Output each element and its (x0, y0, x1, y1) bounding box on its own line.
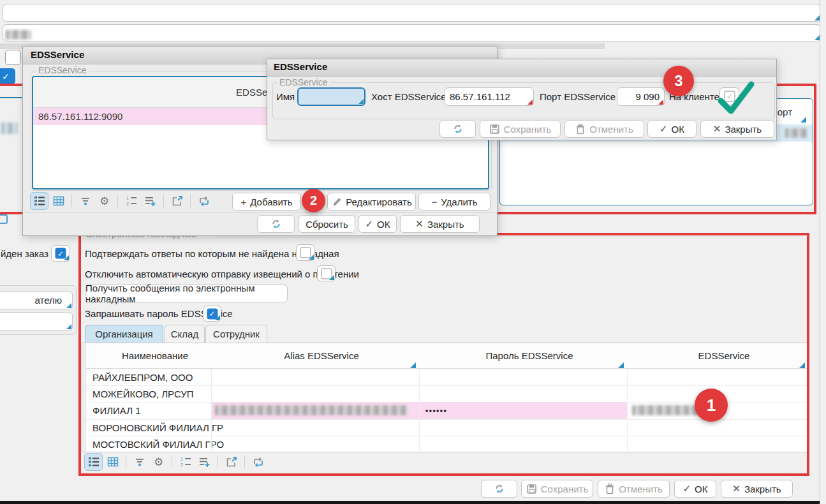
window-bottom-edge (0, 501, 826, 504)
cancel-button[interactable]: Отменить (598, 480, 670, 498)
port-label: Порт EDSService (540, 91, 616, 102)
pencil-icon (331, 196, 342, 207)
close-button[interactable]: ✕Закрыть (700, 120, 774, 138)
refresh-button[interactable] (257, 215, 295, 233)
name-field[interactable] (297, 87, 365, 106)
reset-button[interactable]: Сбросить (299, 215, 355, 233)
cancel-button-label: Отменить (619, 484, 663, 494)
dialog-title: EDSService (274, 61, 327, 72)
window-right-edge (820, 0, 826, 504)
toolbar-separator (163, 195, 164, 207)
modified-corner-icon (658, 100, 663, 105)
refresh-icon (452, 123, 464, 135)
ok-button[interactable]: ✓ОК (647, 120, 697, 138)
dropdown-corner-icon (815, 35, 820, 40)
dropdown-corner-icon (66, 324, 71, 329)
host-label: Хост EDSService (371, 91, 446, 102)
check-icon: ✓ (365, 218, 374, 230)
svg-text:1: 1 (126, 196, 129, 200)
annotation-rectangle-2 (78, 233, 809, 476)
header-field-2[interactable] (3, 24, 821, 41)
save-icon (526, 484, 537, 494)
filter-icon[interactable] (77, 193, 94, 209)
add-to-list-icon[interactable] (142, 193, 159, 209)
trash-icon (605, 484, 615, 494)
port-value: 9 090 (635, 91, 660, 102)
save-button[interactable]: Сохранить (521, 480, 593, 498)
close-button-label: Закрыть (725, 124, 762, 135)
delete-button-label: Удалить (441, 196, 477, 207)
check-icon: ✓ (660, 123, 668, 135)
delete-button[interactable]: −Удалить (418, 193, 490, 211)
annotation-step-3: 3 (663, 66, 694, 96)
ok-button[interactable]: ✓ОК (674, 480, 716, 498)
found-order-checkbox[interactable]: ✓ (51, 245, 70, 262)
group-label: EDSService (36, 65, 89, 75)
toolbar-separator (71, 195, 72, 207)
cancel-button[interactable]: Отменить (564, 120, 644, 138)
refresh-button[interactable] (481, 480, 517, 498)
dialog-titlebar[interactable] (267, 59, 776, 77)
grid-view-icon[interactable] (50, 193, 67, 209)
cancel-button-label: Отменить (589, 124, 633, 135)
refresh-icon (270, 218, 282, 230)
close-button[interactable]: ✕Закрыть (721, 480, 793, 498)
save-button-label: Сохранить (541, 484, 589, 494)
close-icon: ✕ (415, 218, 424, 230)
trash-icon (575, 124, 586, 135)
refresh-icon (494, 483, 505, 494)
ok-button-label: ОК (377, 219, 390, 230)
dropdown-corner-icon (64, 255, 69, 260)
host-field[interactable]: 86.57.161.112 (445, 87, 534, 106)
close-button-label: Закрыть (744, 484, 781, 494)
annotation-step-1: 1 (695, 389, 728, 422)
modified-corner-icon (527, 100, 533, 105)
save-icon (489, 124, 500, 135)
background-partial-field[interactable] (0, 312, 73, 330)
dropdown-corner-icon (66, 303, 71, 308)
background-checkbox-checked[interactable]: ✓ (0, 68, 15, 84)
edit-button-label: Редактировать (346, 196, 412, 207)
list-view-icon[interactable] (31, 193, 48, 209)
name-label: Имя (276, 91, 295, 102)
close-button-label: Закрыть (427, 219, 464, 230)
redacted-text (6, 30, 31, 40)
toolbar-separator (190, 195, 191, 207)
settings-gear-icon[interactable]: ⚙ (96, 193, 113, 209)
background-partial-button-label: ателю (34, 295, 62, 306)
open-external-icon[interactable] (168, 193, 186, 209)
host-value: 86.57.161.112 (450, 91, 510, 102)
annotation-step-2: 2 (302, 189, 325, 212)
background-partial-button[interactable]: ателю (0, 291, 73, 309)
minus-icon: − (431, 196, 437, 207)
close-icon: ✕ (713, 123, 721, 135)
numbered-list-icon[interactable]: 12 (122, 193, 140, 209)
list-toolbar: ⚙ 12 (31, 193, 212, 209)
save-button[interactable]: Сохранить (480, 120, 561, 138)
add-button[interactable]: +Добавить (232, 193, 301, 211)
dropdown-corner-icon (358, 99, 364, 104)
footer-divider (23, 212, 498, 213)
ok-button-label: ОК (695, 484, 707, 494)
toolbar-separator (117, 195, 118, 207)
svg-text:2: 2 (126, 202, 129, 206)
port-field[interactable]: 9 090 (617, 87, 665, 106)
edsservice-edit-dialog: EDSService EDSService Имя Хост EDSServic… (267, 59, 777, 140)
reset-button-label: Сбросить (306, 219, 348, 230)
background-icon-fragment (0, 214, 8, 224)
application-window: ✓ йден заказ ✓ ателю Порт Электронные на… (0, 0, 826, 504)
close-button[interactable]: ✕Закрыть (400, 215, 480, 233)
edit-button[interactable]: Редактировать (327, 193, 416, 211)
annotation-checkmark-icon (714, 78, 756, 117)
background-checkbox-unchecked[interactable] (5, 50, 21, 65)
close-icon: ✕ (732, 483, 741, 494)
ok-button[interactable]: ✓ОК (358, 215, 397, 233)
refresh-button[interactable] (439, 120, 476, 138)
found-order-label: йден заказ (0, 248, 48, 259)
header-field-1[interactable] (3, 4, 821, 22)
repeat-icon[interactable] (195, 193, 212, 209)
plus-icon: + (240, 196, 246, 207)
dialog-title: EDSService (31, 49, 84, 60)
group-label: EDSService (277, 77, 330, 87)
dropdown-corner-icon (815, 15, 820, 20)
